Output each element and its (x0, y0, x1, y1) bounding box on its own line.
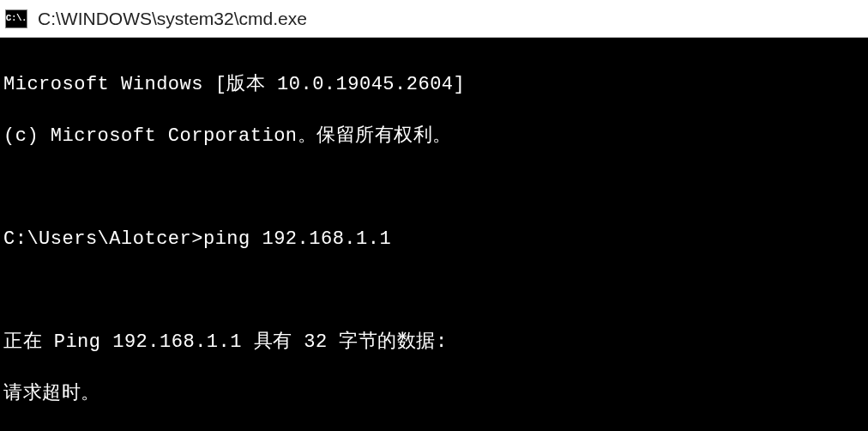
output-line: Microsoft Windows [版本 10.0.19045.2604] (3, 72, 865, 98)
prompt-line: C:\Users\Alotcer>ping 192.168.1.1 (3, 227, 865, 252)
terminal-output[interactable]: Microsoft Windows [版本 10.0.19045.2604] (… (0, 38, 868, 431)
output-blank (3, 278, 865, 304)
ping-header: 正在 Ping 192.168.1.1 具有 32 字节的数据: (3, 330, 865, 355)
ping-timeout: 请求超时。 (3, 381, 865, 407)
cmd-icon: C:\. (5, 9, 27, 28)
window-titlebar[interactable]: C:\. C:\WINDOWS\system32\cmd.exe (0, 0, 868, 38)
output-blank (3, 175, 865, 201)
output-line: (c) Microsoft Corporation。保留所有权利。 (3, 124, 865, 149)
window-title: C:\WINDOWS\system32\cmd.exe (38, 9, 307, 29)
cmd-icon-text: C:\. (6, 14, 27, 23)
